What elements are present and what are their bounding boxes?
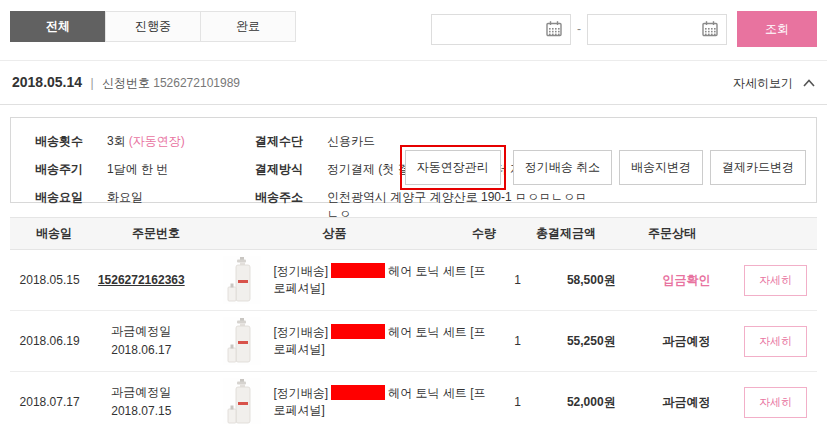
date-to-input[interactable] [595,22,701,36]
billing-date: 2018.06.17 [111,343,171,357]
ship-date: 2018.06.19 [10,334,89,348]
subscription-orders-page: 전체 진행중 완료 - [0,0,827,424]
field-label: 결제방식 [255,161,327,178]
change-address-button[interactable]: 배송지변경 [619,150,703,185]
field-label: 배송주기 [35,161,107,178]
header-status: 주문상태 [619,225,725,242]
product-cell: [정기배송]헤어 토닉 세트 [프로페셔널] [193,378,491,424]
field-label: 배송횟수 [35,133,107,150]
header-order-number: 주문번호 [98,225,214,242]
product-name: [정기배송]헤어 토닉 세트 [프로페셔널] [273,385,491,420]
billing-schedule: 과금예정일2018.06.17 [89,322,193,359]
order-number-link[interactable]: 1526272162363 [98,273,185,287]
date-to-field[interactable] [587,14,727,45]
pipe-separator: | [90,76,93,90]
status-badge: 과금예정 [639,333,734,350]
search-button[interactable]: 조회 [737,11,817,47]
cancel-subscription-button[interactable]: 정기배송 취소 [513,150,612,185]
header-total: 총결제금액 [513,225,619,242]
status-badge: 입금확인 [639,272,734,289]
date-from-field[interactable] [431,14,571,45]
header-quantity: 수량 [455,225,513,242]
date-from-input[interactable] [439,22,545,36]
product-name: [정기배송]헤어 토닉 세트 [프로페셔널] [273,263,491,298]
quantity: 1 [491,334,543,348]
summary-action-buttons: 자동연장관리 정기배송 취소 배송지변경 결제카드변경 [400,145,806,190]
field-value: 3회(자동연장) [107,133,255,150]
ship-date: 2018.05.15 [10,273,89,287]
redaction-box [331,324,385,339]
divider [0,104,827,105]
total-amount: 58,500원 [544,272,639,289]
field-label: 배송요일 [35,189,107,223]
request-number-value: 1526272101989 [153,76,240,90]
redaction-box [331,263,385,278]
billing-schedule: 과금예정일2018.07.15 [89,383,193,420]
subscription-summary-box: 배송횟수 3회(자동연장) 결제수단 신용카드 배송주기 1달에 한 번 결제방… [10,117,817,203]
header-ship-date: 배송일 [10,225,98,242]
product-cell: [정기배송]헤어 토닉 세트 [프로페셔널] [193,317,491,365]
auto-renewal-note: (자동연장) [129,134,185,148]
calendar-icon[interactable] [545,20,563,38]
field-label: 배송주소 [255,189,327,223]
ship-date: 2018.07.17 [10,395,89,409]
auto-renewal-manage-button[interactable]: 자동연장관리 [405,150,501,185]
status-tabs: 전체 진행중 완료 [10,11,296,42]
date-filter: - 조회 [431,11,817,47]
detail-toggle[interactable]: 자세히보기 [733,75,815,92]
product-name: [정기배송]헤어 토닉 세트 [프로페셔널] [273,324,491,359]
chevron-up-icon[interactable] [803,79,815,87]
field-label: 결제수단 [255,133,327,150]
top-bar: 전체 진행중 완료 - [0,0,827,47]
product-thumbnail [223,317,261,365]
tab-all[interactable]: 전체 [10,11,106,42]
detail-button[interactable]: 자세히 [744,326,807,357]
calendar-icon[interactable] [701,20,719,38]
redaction-box [331,385,385,400]
order-group-header: 2018.05.14 | 신청번호 1526272101989 자세히보기 [0,61,827,104]
detail-button[interactable]: 자세히 [744,387,807,418]
tab-in-progress[interactable]: 진행중 [105,11,201,42]
detail-button[interactable]: 자세히 [744,265,807,296]
total-amount: 52,000원 [544,394,639,411]
table-row: 2018.07.17 과금예정일2018.07.15 [정기배송]헤어 토닉 세… [10,372,817,424]
order-group-date: 2018.05.14 [12,74,82,90]
billing-label: 과금예정일 [111,324,171,338]
quantity: 1 [491,395,543,409]
delivery-address: 인천광역시 계양구 계양산로 190-1 ㅁㅇㅁㄴㅇㅁㄴㅇ [327,189,595,223]
billing-date: 2018.07.15 [111,404,171,418]
orders-table: 배송일 주문번호 상품 수량 총결제금액 주문상태 2018.05.15 152… [10,217,817,424]
table-row: 2018.05.15 1526272162363 [정기배송]헤어 토닉 세트 … [10,250,817,311]
table-row: 2018.06.19 과금예정일2018.06.17 [정기배송]헤어 토닉 세… [10,311,817,372]
product-tag: [정기배송] [273,264,328,278]
product-thumbnail [223,378,261,424]
product-tag: [정기배송] [273,325,328,339]
delivery-day: 화요일 [107,189,255,223]
date-range-separator: - [577,22,581,36]
product-tag: [정기배송] [273,386,328,400]
header-product: 상품 [214,225,455,242]
billing-label: 과금예정일 [111,385,171,399]
tab-completed[interactable]: 완료 [200,11,296,42]
delivery-cycle: 1달에 한 번 [107,161,255,178]
order-group-title: 2018.05.14 | 신청번호 1526272101989 [12,74,240,92]
request-number-label: 신청번호 [102,76,150,90]
delivery-count: 3회 [107,134,126,148]
change-card-button[interactable]: 결제카드변경 [710,150,806,185]
total-amount: 55,250원 [544,333,639,350]
status-badge: 과금예정 [639,394,734,411]
product-cell: [정기배송]헤어 토닉 세트 [프로페셔널] [193,256,491,304]
detail-toggle-label: 자세히보기 [733,75,793,92]
red-annotation-box: 자동연장관리 [400,145,506,190]
quantity: 1 [491,273,543,287]
product-thumbnail [223,256,261,304]
